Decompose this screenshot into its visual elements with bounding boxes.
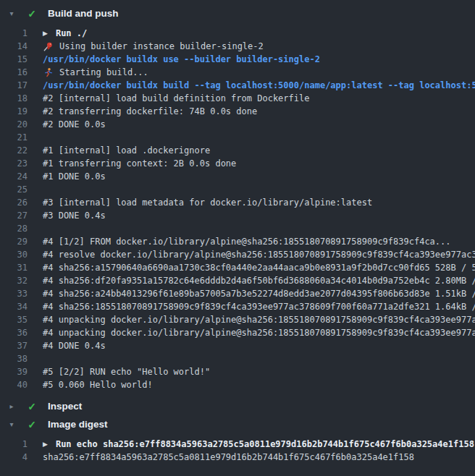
log-text: Run echo sha256:e7ff8834a5963a2785c5a081… [56, 438, 474, 451]
line-number[interactable]: 19 [0, 105, 28, 118]
line-content: #4 unpacking docker.io/library/alpine@sh… [43, 326, 475, 339]
log-line: 21 [0, 131, 475, 144]
log-line: 33#4 sha256:a24bb4013296f61e89ba57005a7b… [0, 287, 475, 300]
line-content: /usr/bin/docker buildx use --builder bui… [43, 53, 320, 66]
log-line: 37#4 DONE 0.4s [0, 339, 475, 352]
log-text: #4 resolve docker.io/library/alpine@sha2… [43, 248, 475, 261]
line-number[interactable]: 33 [0, 287, 28, 300]
check-success-icon: ✓ [26, 416, 38, 433]
line-number[interactable]: 36 [0, 326, 28, 339]
log-line: 19#2 transferring dockerfile: 74B 0.0s d… [0, 105, 475, 118]
line-content: #4 sha256:df20fa9351a15782c64e6dddb2d4a6… [43, 274, 475, 287]
log-text: #4 sha256:185518070891758909c9f839cf4ca3… [43, 300, 475, 313]
log-text: #4 sha256:a15790640a6690aa1730c38cf0a440… [43, 261, 475, 274]
line-content: #4 resolve docker.io/library/alpine@sha2… [43, 248, 475, 261]
line-content: #1 [internal] load .dockerignore [43, 144, 210, 157]
line-number[interactable]: 21 [0, 131, 28, 144]
log-line: 38 [0, 352, 475, 365]
expand-group-icon[interactable]: ▶ [43, 438, 48, 451]
line-number[interactable]: 39 [0, 365, 28, 378]
line-number[interactable]: 1 [0, 438, 28, 451]
log-text: #5 [2/2] RUN echo "Hello world!" [43, 365, 210, 378]
log-line: 28 [0, 222, 475, 235]
line-content: #4 sha256:a24bb4013296f61e89ba57005a7b3e… [43, 287, 475, 300]
log-lines: 1▶Run ./14Using builder instance builder… [0, 23, 475, 397]
line-number[interactable]: 17 [0, 79, 28, 92]
log-text: #1 transferring context: 2B 0.0s done [43, 157, 236, 170]
line-content: #2 transferring dockerfile: 74B 0.0s don… [43, 105, 257, 118]
line-number[interactable]: 35 [0, 313, 28, 326]
chevron-down-icon[interactable]: ▾ [7, 5, 16, 22]
line-number[interactable]: 14 [0, 40, 28, 53]
line-content: /usr/bin/docker buildx build --tag local… [43, 79, 475, 92]
line-content: #4 sha256:a15790640a6690aa1730c38cf0a440… [43, 261, 475, 274]
line-number[interactable]: 34 [0, 300, 28, 313]
log-line: 39#5 [2/2] RUN echo "Hello world!" [0, 365, 475, 378]
log-lines: 1▶Run echo sha256:e7ff8834a5963a2785c5a0… [0, 434, 475, 469]
line-number[interactable]: 18 [0, 92, 28, 105]
check-success-icon: ✓ [26, 398, 38, 415]
line-number[interactable]: 24 [0, 170, 28, 183]
line-number[interactable]: 31 [0, 261, 28, 274]
line-number[interactable]: 26 [0, 196, 28, 209]
log-text: #1 [internal] load .dockerignore [43, 144, 210, 157]
log-text: #4 DONE 0.4s [43, 339, 106, 352]
section-header-image-digest[interactable]: ▾✓Image digest [0, 416, 475, 433]
line-content: #1 DONE 0.0s [43, 170, 106, 183]
log-text: /usr/bin/docker buildx build --tag local… [43, 79, 475, 92]
chevron-right-icon[interactable]: ▸ [7, 398, 16, 415]
log-line: 24#1 DONE 0.0s [0, 170, 475, 183]
line-number[interactable]: 23 [0, 157, 28, 170]
line-number[interactable]: 4 [0, 451, 28, 464]
line-number[interactable]: 40 [0, 378, 28, 391]
line-content: #4 unpacking docker.io/library/alpine@sh… [43, 313, 475, 326]
section-header-inspect[interactable]: ▸✓Inspect [0, 398, 475, 415]
line-content: Using builder instance builder-single-2 [43, 40, 264, 53]
expand-group-icon[interactable]: ▶ [43, 27, 48, 40]
line-content: Starting build... [43, 66, 148, 79]
log-text: Starting build... [59, 66, 148, 79]
log-line: 26#3 [internal] load metadata for docker… [0, 196, 475, 209]
log-line: 25 [0, 183, 475, 196]
log-line: 4sha256:e7ff8834a5963a2785c5a0811e979d16… [0, 451, 475, 464]
check-success-icon: ✓ [26, 5, 38, 22]
line-number[interactable]: 15 [0, 53, 28, 66]
line-content: #3 [internal] load metadata for docker.i… [43, 196, 372, 209]
line-content: #4 sha256:185518070891758909c9f839cf4ca3… [43, 300, 475, 313]
line-content: ▶Run echo sha256:e7ff8834a5963a2785c5a08… [43, 438, 474, 451]
log-line: 20#2 DONE 0.0s [0, 118, 475, 131]
log-line: 16Starting build... [0, 66, 475, 79]
log-text: #4 unpacking docker.io/library/alpine@sh… [43, 313, 475, 326]
chevron-down-icon[interactable]: ▾ [7, 416, 16, 433]
line-number[interactable]: 29 [0, 235, 28, 248]
line-number[interactable]: 30 [0, 248, 28, 261]
log-line: 22#1 [internal] load .dockerignore [0, 144, 475, 157]
log-line: 23#1 transferring context: 2B 0.0s done [0, 157, 475, 170]
log-text: #5 0.060 Hello world! [43, 378, 153, 391]
line-number[interactable]: 22 [0, 144, 28, 157]
line-number[interactable]: 25 [0, 183, 28, 196]
line-content: #2 DONE 0.0s [43, 118, 106, 131]
line-number[interactable]: 1 [0, 27, 28, 40]
log-line: 15/usr/bin/docker buildx use --builder b… [0, 53, 475, 66]
log-line: 34#4 sha256:185518070891758909c9f839cf4c… [0, 300, 475, 313]
log-line: 31#4 sha256:a15790640a6690aa1730c38cf0a4… [0, 261, 475, 274]
line-number[interactable]: 20 [0, 118, 28, 131]
line-number[interactable]: 28 [0, 222, 28, 235]
line-content: #4 [1/2] FROM docker.io/library/alpine@s… [43, 235, 451, 248]
line-number[interactable]: 16 [0, 66, 28, 79]
log-line: 29#4 [1/2] FROM docker.io/library/alpine… [0, 235, 475, 248]
log-text: #2 [internal] load build definition from… [43, 92, 309, 105]
log-text: #3 DONE 0.4s [43, 209, 106, 222]
pushpin-icon [43, 41, 54, 52]
log-line: 1▶Run ./ [0, 27, 475, 40]
runner-icon [43, 67, 54, 78]
line-number[interactable]: 37 [0, 339, 28, 352]
section-title: Inspect [48, 398, 82, 415]
section-title: Build and push [48, 5, 119, 22]
line-number[interactable]: 38 [0, 352, 28, 365]
line-number[interactable]: 32 [0, 274, 28, 287]
line-number[interactable]: 27 [0, 209, 28, 222]
section-header-build-and-push[interactable]: ▾✓Build and push [0, 5, 475, 22]
log-text: #4 sha256:a24bb4013296f61e89ba57005a7b3e… [43, 287, 475, 300]
